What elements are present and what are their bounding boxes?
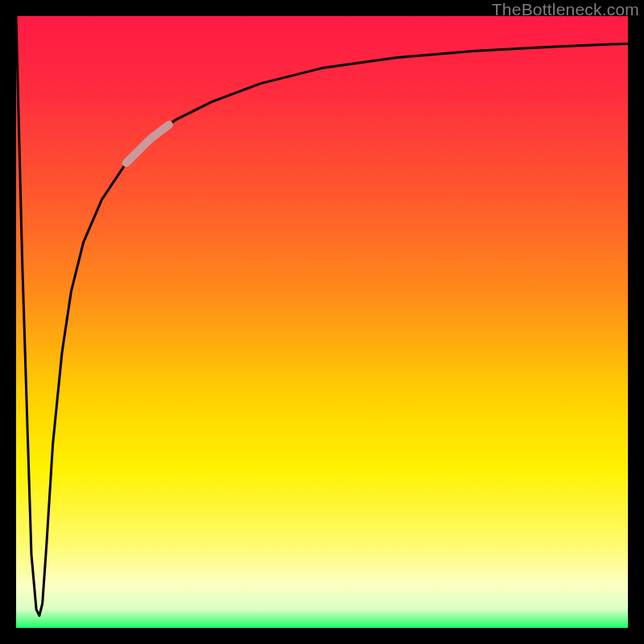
curve-highlight [126,125,169,163]
plot-area [16,16,628,628]
chart-frame: TheBottleneck.com [0,0,644,644]
curve-svg [16,16,628,628]
bottleneck-curve [16,16,628,616]
